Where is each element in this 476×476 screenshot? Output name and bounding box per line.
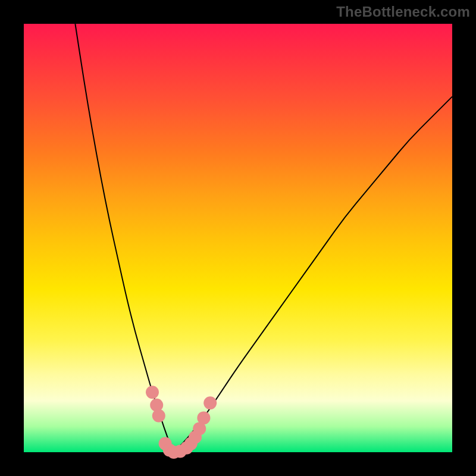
marker-dot: [146, 386, 159, 399]
plot-area: [24, 24, 452, 452]
chart-svg: [24, 24, 452, 452]
chart-frame: TheBottleneck.com: [0, 0, 476, 476]
marker-dot: [152, 409, 165, 422]
watermark-text: TheBottleneck.com: [336, 4, 470, 20]
curve-right-arm: [174, 96, 452, 452]
marker-dot: [197, 411, 210, 424]
marker-dot: [203, 396, 217, 409]
highlighted-points: [146, 386, 217, 459]
curve-left-arm: [75, 24, 174, 452]
